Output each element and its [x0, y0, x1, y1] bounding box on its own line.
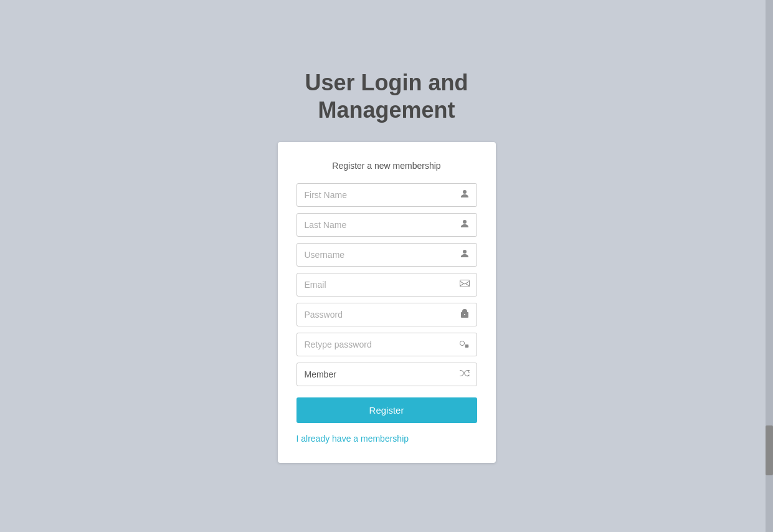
login-link[interactable]: I already have a membership — [296, 434, 409, 444]
retype-password-input[interactable] — [296, 333, 477, 356]
password-input[interactable] — [296, 303, 477, 326]
first-name-group — [296, 183, 477, 207]
last-name-input[interactable] — [296, 213, 477, 237]
registration-card: Register a new membership — [278, 142, 496, 463]
retype-password-group — [296, 333, 477, 356]
username-group — [296, 243, 477, 267]
role-select[interactable]: Member Admin — [296, 363, 477, 386]
card-subtitle: Register a new membership — [296, 161, 477, 171]
email-group — [296, 273, 477, 297]
email-input[interactable] — [296, 273, 477, 297]
register-button[interactable]: Register — [296, 397, 477, 423]
password-group — [296, 303, 477, 326]
last-name-group — [296, 213, 477, 237]
username-input[interactable] — [296, 243, 477, 267]
page-title: User Login and Management — [305, 69, 468, 123]
role-group: Member Admin — [296, 363, 477, 386]
scrollbar-thumb[interactable] — [766, 425, 773, 475]
first-name-input[interactable] — [296, 183, 477, 207]
scrollbar[interactable] — [766, 0, 773, 532]
